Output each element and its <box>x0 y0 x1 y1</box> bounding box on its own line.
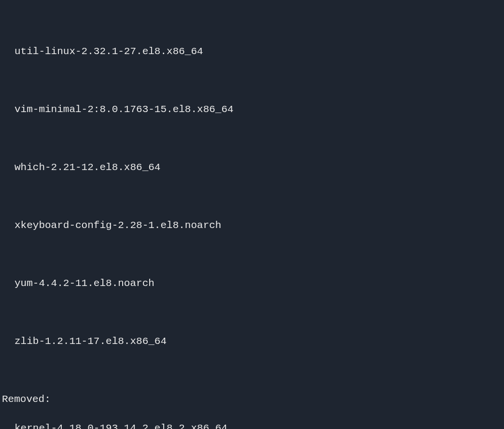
package-line: util-linux-2.32.1-27.el8.x86_64 <box>0 44 504 59</box>
package-line: vim-minimal-2:8.0.1763-15.el8.x86_64 <box>0 102 504 117</box>
package-line: xkeyboard-config-2.28-1.el8.noarch <box>0 218 504 233</box>
removed-label: Removed: <box>0 392 504 407</box>
package-line: which-2.21-12.el8.x86_64 <box>0 160 504 175</box>
removed-package-line: kernel-4.18.0-193.14.2.el8_2.x86_64 <box>0 421 504 429</box>
package-line: yum-4.4.2-11.el8.noarch <box>0 276 504 291</box>
terminal-output[interactable]: util-linux-2.32.1-27.el8.x86_64 vim-mini… <box>0 0 504 429</box>
package-line: zlib-1.2.11-17.el8.x86_64 <box>0 334 504 349</box>
